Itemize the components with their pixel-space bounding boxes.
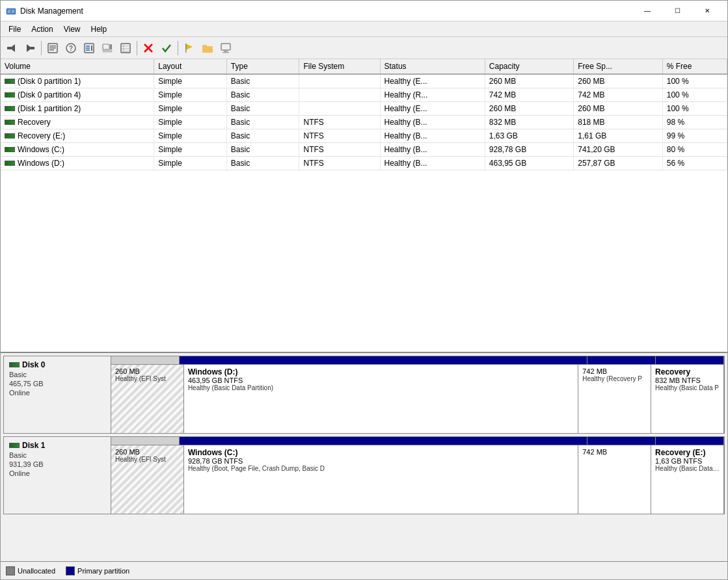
maximize-button[interactable]: ☐ bbox=[662, 1, 692, 21]
forward-button[interactable] bbox=[21, 40, 38, 57]
check-button[interactable] bbox=[158, 40, 175, 57]
folder-button[interactable] bbox=[199, 40, 216, 57]
table-row[interactable]: (Disk 0 partition 1) Simple Basic Health… bbox=[1, 74, 727, 88]
disk-partitions-0: 260 MB Healthy (EFI Syst Windows (D:) 46… bbox=[111, 356, 724, 433]
snapshot-button[interactable] bbox=[99, 40, 116, 57]
cell-status: Healthy (E... bbox=[380, 74, 485, 88]
disk-bar-seg-1-1 bbox=[180, 437, 587, 445]
disk-cell-0-3[interactable]: Recovery 832 MB NTFS Healthy (Basic Data… bbox=[651, 364, 724, 433]
cell-layout: Simple bbox=[154, 102, 227, 116]
cell-capacity: 1,63 GB bbox=[485, 129, 573, 143]
table-row[interactable]: (Disk 1 partition 2) Simple Basic Health… bbox=[1, 102, 727, 116]
volume-name: Recovery (E:) bbox=[18, 131, 65, 140]
disk-row-0: Disk 0 Basic 465,75 GB Online 260 MB Hea… bbox=[3, 356, 725, 434]
volume-name: (Disk 1 partition 2) bbox=[18, 104, 81, 113]
volume-name: Windows (D:) bbox=[18, 159, 64, 168]
cell-label-1-2: 742 MB bbox=[582, 448, 647, 456]
disk-cell-1-3[interactable]: Recovery (E:) 1,63 GB NTFS Healthy (Basi… bbox=[651, 445, 724, 514]
legend-primary-box bbox=[66, 566, 75, 575]
cell-free: 1,61 GB bbox=[574, 129, 662, 143]
table-row[interactable]: Windows (D:) Simple Basic NTFS Healthy (… bbox=[1, 157, 727, 170]
volume-name: (Disk 0 partition 4) bbox=[18, 90, 81, 99]
menu-help[interactable]: Help bbox=[86, 23, 113, 35]
cell-name-1-3: Recovery (E:) bbox=[655, 448, 720, 457]
list-view-button[interactable] bbox=[117, 40, 134, 57]
svg-rect-15 bbox=[86, 47, 90, 49]
table-row[interactable]: Recovery Simple Basic NTFS Healthy (B...… bbox=[1, 116, 727, 129]
menu-view[interactable]: View bbox=[59, 23, 86, 35]
menu-action[interactable]: Action bbox=[26, 23, 58, 35]
col-type[interactable]: Type bbox=[226, 59, 299, 74]
disk-bar-seg-0-0 bbox=[111, 356, 180, 364]
detail-view-button[interactable] bbox=[81, 40, 98, 57]
col-free[interactable]: Free Sp... bbox=[574, 59, 662, 74]
svg-rect-18 bbox=[103, 44, 109, 49]
cell-layout: Simple bbox=[154, 116, 227, 129]
help-button[interactable]: ? bbox=[62, 40, 79, 57]
col-filesystem[interactable]: File System bbox=[299, 59, 380, 74]
disk-cell-1-2[interactable]: 742 MB bbox=[578, 445, 651, 514]
svg-rect-19 bbox=[110, 44, 112, 49]
cell-free: 260 MB bbox=[574, 102, 662, 116]
legend-unallocated-label: Unallocated bbox=[18, 567, 55, 575]
delete-button[interactable] bbox=[140, 40, 157, 57]
col-pctfree[interactable]: % Free bbox=[662, 59, 727, 74]
cell-status-0-1: Healthy (Basic Data Partition) bbox=[188, 384, 574, 391]
svg-rect-30 bbox=[202, 46, 213, 53]
toolbar-sep-3 bbox=[178, 41, 178, 55]
cell-filesystem: NTFS bbox=[299, 143, 380, 157]
menu-file[interactable]: File bbox=[3, 23, 26, 35]
main-content: Volume Layout Type File System Status Ca… bbox=[1, 59, 727, 579]
disk-bar-0 bbox=[111, 356, 724, 364]
cell-filesystem: NTFS bbox=[299, 157, 380, 170]
disk-partitions-1: 260 MB Healthy (EFI Syst Windows (C:) 92… bbox=[111, 437, 724, 514]
screen-button[interactable] bbox=[217, 40, 234, 57]
legend-unallocated: Unallocated bbox=[6, 566, 55, 575]
cell-type: Basic bbox=[226, 102, 299, 116]
col-volume[interactable]: Volume bbox=[1, 59, 154, 74]
cell-label-0-2: 742 MB bbox=[582, 367, 647, 375]
flag-button[interactable] bbox=[181, 40, 198, 57]
disk-cell-0-1[interactable]: Windows (D:) 463,95 GB NTFS Healthy (Bas… bbox=[184, 364, 578, 433]
cell-type: Basic bbox=[226, 88, 299, 102]
disk-icon bbox=[5, 161, 15, 166]
cell-name-0-1: Windows (D:) bbox=[188, 367, 574, 376]
disk-cell-0-2[interactable]: 742 MB Healthy (Recovery P bbox=[578, 364, 651, 433]
cell-size-0-1: 463,95 GB NTFS bbox=[188, 376, 574, 384]
disk-status-1: Online bbox=[9, 469, 105, 477]
cell-name-1-1: Windows (C:) bbox=[188, 448, 574, 457]
legend-unallocated-box bbox=[6, 566, 15, 575]
close-button[interactable]: ✕ bbox=[692, 1, 722, 21]
col-capacity[interactable]: Capacity bbox=[485, 59, 573, 74]
table-row[interactable]: Windows (C:) Simple Basic NTFS Healthy (… bbox=[1, 143, 727, 157]
disk-status-0: Online bbox=[9, 389, 105, 397]
disk-cell-1-1[interactable]: Windows (C:) 928,78 GB NTFS Healthy (Boo… bbox=[184, 445, 578, 514]
cell-free: 260 MB bbox=[574, 74, 662, 88]
table-row[interactable]: (Disk 0 partition 4) Simple Basic Health… bbox=[1, 88, 727, 102]
disk-size-1: 931,39 GB bbox=[9, 460, 105, 468]
legend-bar: Unallocated Primary partition bbox=[1, 561, 727, 579]
disk-cell-1-0[interactable]: 260 MB Healthy (EFI Syst bbox=[111, 445, 184, 514]
minimize-button[interactable]: — bbox=[632, 1, 662, 21]
disk-title-1: Disk 1 bbox=[22, 441, 45, 450]
cell-capacity: 260 MB bbox=[485, 74, 573, 88]
disk-cells-1: 260 MB Healthy (EFI Syst Windows (C:) 92… bbox=[111, 445, 724, 514]
cell-capacity: 463,95 GB bbox=[485, 157, 573, 170]
cell-layout: Simple bbox=[154, 157, 227, 170]
cell-type: Basic bbox=[226, 116, 299, 129]
cell-free: 741,20 GB bbox=[574, 143, 662, 157]
properties-button[interactable] bbox=[44, 40, 61, 57]
disk-cell-0-0[interactable]: 260 MB Healthy (EFI Syst bbox=[111, 364, 184, 433]
cell-name-0-3: Recovery bbox=[655, 367, 720, 376]
col-status[interactable]: Status bbox=[380, 59, 485, 74]
svg-rect-16 bbox=[86, 49, 90, 51]
toolbar: ? bbox=[1, 37, 727, 59]
svg-rect-20 bbox=[103, 50, 112, 52]
disk-cells-0: 260 MB Healthy (EFI Syst Windows (D:) 46… bbox=[111, 364, 724, 433]
table-row[interactable]: Recovery (E:) Simple Basic NTFS Healthy … bbox=[1, 129, 727, 143]
back-button[interactable] bbox=[3, 40, 20, 57]
cell-size-1-3: 1,63 GB NTFS bbox=[655, 457, 720, 465]
disk-bar-seg-1-0 bbox=[111, 437, 180, 445]
disk-name-0: Disk 0 bbox=[9, 360, 105, 369]
col-layout[interactable]: Layout bbox=[154, 59, 227, 74]
